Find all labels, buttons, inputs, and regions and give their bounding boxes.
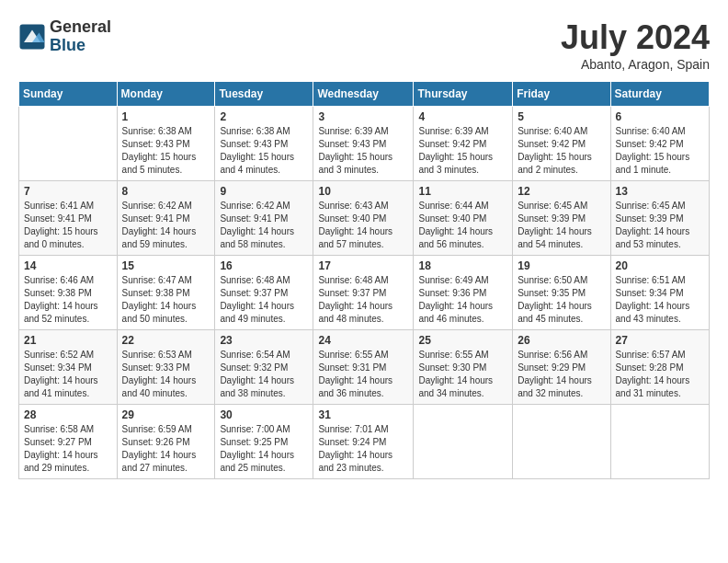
calendar-cell: 16Sunrise: 6:48 AMSunset: 9:37 PMDayligh… [215, 256, 313, 330]
calendar-cell: 26Sunrise: 6:56 AMSunset: 9:29 PMDayligh… [513, 330, 610, 405]
day-number: 27 [616, 334, 704, 347]
day-number: 8 [122, 185, 210, 198]
header-day-thursday: Thursday [414, 82, 513, 107]
day-number: 7 [24, 185, 112, 198]
day-info: Sunrise: 6:45 AMSunset: 9:39 PMDaylight:… [616, 200, 704, 251]
calendar-cell: 20Sunrise: 6:51 AMSunset: 9:34 PMDayligh… [610, 256, 709, 330]
day-number: 6 [616, 110, 704, 123]
day-info: Sunrise: 6:56 AMSunset: 9:29 PMDaylight:… [518, 349, 605, 400]
calendar-cell: 8Sunrise: 6:42 AMSunset: 9:41 PMDaylight… [117, 181, 215, 256]
calendar-table: SundayMondayTuesdayWednesdayThursdayFrid… [18, 81, 710, 479]
day-number: 10 [318, 185, 408, 198]
day-number: 28 [24, 408, 112, 421]
day-info: Sunrise: 6:52 AMSunset: 9:34 PMDaylight:… [24, 349, 112, 400]
day-info: Sunrise: 6:42 AMSunset: 9:41 PMDaylight:… [122, 200, 210, 251]
calendar-cell: 25Sunrise: 6:55 AMSunset: 9:30 PMDayligh… [414, 330, 513, 405]
day-info: Sunrise: 6:38 AMSunset: 9:43 PMDaylight:… [122, 125, 210, 177]
day-number: 17 [318, 259, 408, 272]
calendar-cell: 22Sunrise: 6:53 AMSunset: 9:33 PMDayligh… [117, 330, 215, 405]
day-number: 5 [518, 110, 605, 123]
calendar-cell: 12Sunrise: 6:45 AMSunset: 9:39 PMDayligh… [513, 181, 610, 256]
calendar-body: 1Sunrise: 6:38 AMSunset: 9:43 PMDaylight… [19, 107, 710, 479]
day-info: Sunrise: 6:55 AMSunset: 9:31 PMDaylight:… [318, 349, 408, 400]
calendar-cell: 13Sunrise: 6:45 AMSunset: 9:39 PMDayligh… [610, 181, 709, 256]
logo-blue: Blue [50, 37, 111, 55]
logo-general: General [50, 18, 111, 37]
calendar-week-5: 28Sunrise: 6:58 AMSunset: 9:27 PMDayligh… [19, 405, 710, 479]
calendar-week-2: 7Sunrise: 6:41 AMSunset: 9:41 PMDaylight… [19, 181, 710, 256]
calendar-cell: 1Sunrise: 6:38 AMSunset: 9:43 PMDaylight… [117, 107, 215, 181]
day-number: 16 [220, 259, 308, 272]
calendar-cell: 10Sunrise: 6:43 AMSunset: 9:40 PMDayligh… [313, 181, 414, 256]
day-info: Sunrise: 6:51 AMSunset: 9:34 PMDaylight:… [616, 274, 704, 326]
logo-text: General Blue [50, 18, 111, 55]
day-number: 3 [318, 110, 408, 123]
day-number: 1 [122, 110, 210, 123]
calendar-cell: 24Sunrise: 6:55 AMSunset: 9:31 PMDayligh… [313, 330, 414, 405]
calendar-cell: 7Sunrise: 6:41 AMSunset: 9:41 PMDaylight… [19, 181, 118, 256]
day-info: Sunrise: 6:57 AMSunset: 9:28 PMDaylight:… [616, 349, 704, 400]
calendar-cell: 2Sunrise: 6:38 AMSunset: 9:43 PMDaylight… [215, 107, 313, 181]
day-info: Sunrise: 6:55 AMSunset: 9:30 PMDaylight:… [418, 349, 507, 400]
day-number: 26 [518, 334, 605, 347]
calendar-cell: 3Sunrise: 6:39 AMSunset: 9:43 PMDaylight… [313, 107, 414, 181]
day-number: 24 [318, 334, 408, 347]
logo-icon [18, 23, 46, 51]
calendar-cell: 4Sunrise: 6:39 AMSunset: 9:42 PMDaylight… [414, 107, 513, 181]
day-info: Sunrise: 6:58 AMSunset: 9:27 PMDaylight:… [24, 423, 112, 475]
day-info: Sunrise: 6:49 AMSunset: 9:36 PMDaylight:… [418, 274, 507, 326]
day-number: 25 [418, 334, 507, 347]
month-title: July 2024 [561, 18, 710, 57]
calendar-cell: 21Sunrise: 6:52 AMSunset: 9:34 PMDayligh… [19, 330, 118, 405]
day-number: 29 [122, 408, 210, 421]
calendar-cell [414, 405, 513, 479]
calendar-cell: 28Sunrise: 6:58 AMSunset: 9:27 PMDayligh… [19, 405, 118, 479]
calendar-cell: 29Sunrise: 6:59 AMSunset: 9:26 PMDayligh… [117, 405, 215, 479]
day-info: Sunrise: 6:48 AMSunset: 9:37 PMDaylight:… [220, 274, 308, 326]
day-number: 22 [122, 334, 210, 347]
day-info: Sunrise: 6:50 AMSunset: 9:35 PMDaylight:… [518, 274, 605, 326]
calendar-cell: 19Sunrise: 6:50 AMSunset: 9:35 PMDayligh… [513, 256, 610, 330]
calendar-week-4: 21Sunrise: 6:52 AMSunset: 9:34 PMDayligh… [19, 330, 710, 405]
day-info: Sunrise: 6:47 AMSunset: 9:38 PMDaylight:… [122, 274, 210, 326]
day-info: Sunrise: 6:40 AMSunset: 9:42 PMDaylight:… [616, 125, 704, 177]
logo: General Blue [18, 18, 111, 55]
calendar-cell: 31Sunrise: 7:01 AMSunset: 9:24 PMDayligh… [313, 405, 414, 479]
day-info: Sunrise: 6:59 AMSunset: 9:26 PMDaylight:… [122, 423, 210, 475]
calendar-cell: 9Sunrise: 6:42 AMSunset: 9:41 PMDaylight… [215, 181, 313, 256]
calendar-week-3: 14Sunrise: 6:46 AMSunset: 9:38 PMDayligh… [19, 256, 710, 330]
day-number: 31 [318, 408, 408, 421]
calendar-cell: 5Sunrise: 6:40 AMSunset: 9:42 PMDaylight… [513, 107, 610, 181]
day-info: Sunrise: 6:46 AMSunset: 9:38 PMDaylight:… [24, 274, 112, 326]
day-info: Sunrise: 6:45 AMSunset: 9:39 PMDaylight:… [518, 200, 605, 251]
day-info: Sunrise: 7:01 AMSunset: 9:24 PMDaylight:… [318, 423, 408, 475]
header-day-wednesday: Wednesday [313, 82, 414, 107]
calendar-cell [513, 405, 610, 479]
header-day-friday: Friday [513, 82, 610, 107]
calendar-cell: 14Sunrise: 6:46 AMSunset: 9:38 PMDayligh… [19, 256, 118, 330]
day-info: Sunrise: 6:42 AMSunset: 9:41 PMDaylight:… [220, 200, 308, 251]
day-info: Sunrise: 6:39 AMSunset: 9:42 PMDaylight:… [418, 125, 507, 177]
calendar-cell [610, 405, 709, 479]
day-number: 23 [220, 334, 308, 347]
calendar-header: SundayMondayTuesdayWednesdayThursdayFrid… [19, 82, 710, 107]
header-day-saturday: Saturday [610, 82, 709, 107]
day-number: 15 [122, 259, 210, 272]
calendar-cell: 27Sunrise: 6:57 AMSunset: 9:28 PMDayligh… [610, 330, 709, 405]
day-number: 19 [518, 259, 605, 272]
day-number: 14 [24, 259, 112, 272]
day-number: 18 [418, 259, 507, 272]
day-number: 9 [220, 185, 308, 198]
header-day-monday: Monday [117, 82, 215, 107]
calendar-cell: 17Sunrise: 6:48 AMSunset: 9:37 PMDayligh… [313, 256, 414, 330]
day-number: 21 [24, 334, 112, 347]
calendar-cell: 6Sunrise: 6:40 AMSunset: 9:42 PMDaylight… [610, 107, 709, 181]
day-info: Sunrise: 7:00 AMSunset: 9:25 PMDaylight:… [220, 423, 308, 475]
location: Abanto, Aragon, Spain [561, 57, 710, 72]
day-number: 13 [616, 185, 704, 198]
calendar-week-1: 1Sunrise: 6:38 AMSunset: 9:43 PMDaylight… [19, 107, 710, 181]
day-number: 4 [418, 110, 507, 123]
day-info: Sunrise: 6:40 AMSunset: 9:42 PMDaylight:… [518, 125, 605, 177]
header-row: SundayMondayTuesdayWednesdayThursdayFrid… [19, 82, 710, 107]
title-block: July 2024 Abanto, Aragon, Spain [561, 18, 710, 72]
